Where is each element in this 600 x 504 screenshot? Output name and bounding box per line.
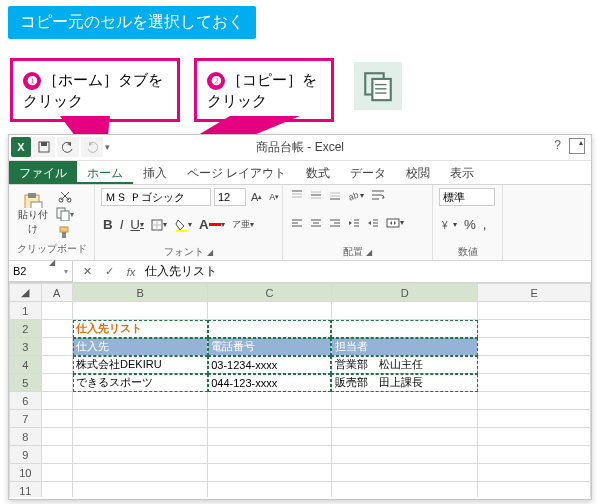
col-header-a[interactable]: A bbox=[41, 284, 73, 302]
row-header-3[interactable]: 3 bbox=[10, 338, 42, 356]
fx-button[interactable]: fx bbox=[123, 266, 139, 278]
tab-home[interactable]: ホーム bbox=[77, 161, 133, 184]
copy-button[interactable]: ▾ bbox=[54, 206, 76, 222]
cell-a7[interactable] bbox=[41, 410, 73, 428]
fill-color-button[interactable]: ▾ bbox=[172, 217, 194, 233]
row-header-7[interactable]: 7 bbox=[10, 410, 42, 428]
decrease-indent-button[interactable] bbox=[346, 216, 362, 230]
merge-center-button[interactable]: ▾ bbox=[384, 216, 406, 230]
align-middle-button[interactable] bbox=[308, 188, 324, 202]
cell-d10[interactable] bbox=[331, 464, 477, 482]
cell-c11[interactable] bbox=[208, 482, 332, 498]
cell-e10[interactable] bbox=[478, 464, 591, 482]
qat-save-button[interactable] bbox=[33, 137, 55, 157]
row-header-9[interactable]: 9 bbox=[10, 446, 42, 464]
row-header-6[interactable]: 6 bbox=[10, 392, 42, 410]
cell-a4[interactable] bbox=[41, 356, 73, 374]
cancel-formula-button[interactable]: ✕ bbox=[79, 265, 95, 278]
cell-c7[interactable] bbox=[208, 410, 332, 428]
cell-e3[interactable] bbox=[478, 338, 591, 356]
worksheet-grid[interactable]: ◢ A B C D E 1 2仕入先リスト 3仕入先電話番号担当者 4株式会社D… bbox=[9, 283, 591, 497]
cell-c3[interactable]: 電話番号 bbox=[208, 338, 332, 356]
help-button[interactable]: ? bbox=[554, 138, 561, 154]
cell-c8[interactable] bbox=[208, 428, 332, 446]
cell-d8[interactable] bbox=[331, 428, 477, 446]
cell-b2[interactable]: 仕入先リスト bbox=[73, 320, 208, 338]
wrap-text-button[interactable] bbox=[369, 188, 387, 202]
cell-a5[interactable] bbox=[41, 374, 73, 392]
italic-button[interactable]: I bbox=[118, 216, 126, 233]
enter-formula-button[interactable]: ✓ bbox=[101, 265, 117, 278]
row-header-8[interactable]: 8 bbox=[10, 428, 42, 446]
cell-a6[interactable] bbox=[41, 392, 73, 410]
cell-a8[interactable] bbox=[41, 428, 73, 446]
cell-c6[interactable] bbox=[208, 392, 332, 410]
cell-d11[interactable] bbox=[331, 482, 477, 498]
tab-formulas[interactable]: 数式 bbox=[296, 161, 340, 184]
cell-e11[interactable] bbox=[478, 482, 591, 498]
format-painter-button[interactable] bbox=[54, 224, 76, 240]
cell-a2[interactable] bbox=[41, 320, 73, 338]
align-right-button[interactable] bbox=[327, 216, 343, 230]
comma-format-button[interactable]: , bbox=[481, 216, 489, 233]
select-all-corner[interactable]: ◢ bbox=[10, 284, 42, 302]
cell-d1[interactable] bbox=[331, 302, 477, 320]
align-bottom-button[interactable] bbox=[327, 188, 343, 202]
cell-b3[interactable]: 仕入先 bbox=[73, 338, 208, 356]
align-center-button[interactable] bbox=[308, 216, 324, 230]
cell-b4[interactable]: 株式会社DEKIRU bbox=[73, 356, 208, 374]
cell-d7[interactable] bbox=[331, 410, 477, 428]
tab-insert[interactable]: 挿入 bbox=[133, 161, 177, 184]
cell-e6[interactable] bbox=[478, 392, 591, 410]
cell-d3[interactable]: 担当者 bbox=[331, 338, 477, 356]
cell-e9[interactable] bbox=[478, 446, 591, 464]
row-header-2[interactable]: 2 bbox=[10, 320, 42, 338]
col-header-b[interactable]: B bbox=[73, 284, 208, 302]
row-header-4[interactable]: 4 bbox=[10, 356, 42, 374]
cell-a9[interactable] bbox=[41, 446, 73, 464]
row-header-10[interactable]: 10 bbox=[10, 464, 42, 482]
row-header-11[interactable]: 11 bbox=[10, 482, 42, 498]
col-header-c[interactable]: C bbox=[208, 284, 332, 302]
tab-review[interactable]: 校閲 bbox=[396, 161, 440, 184]
cell-d4[interactable]: 営業部 松山主任 bbox=[331, 356, 477, 374]
font-size-select[interactable] bbox=[214, 188, 246, 206]
cell-b1[interactable] bbox=[73, 302, 208, 320]
increase-indent-button[interactable] bbox=[365, 216, 381, 230]
row-header-5[interactable]: 5 bbox=[10, 374, 42, 392]
paste-button[interactable]: 貼り付け bbox=[15, 191, 51, 237]
cell-c10[interactable] bbox=[208, 464, 332, 482]
cell-d2[interactable] bbox=[331, 320, 477, 338]
cell-b8[interactable] bbox=[73, 428, 208, 446]
cell-d9[interactable] bbox=[331, 446, 477, 464]
cell-d5[interactable]: 販売部 田上課長 bbox=[331, 374, 477, 392]
col-header-d[interactable]: D bbox=[331, 284, 477, 302]
cell-c9[interactable] bbox=[208, 446, 332, 464]
qat-redo-button[interactable] bbox=[81, 137, 103, 157]
cell-e5[interactable] bbox=[478, 374, 591, 392]
cell-b11[interactable] bbox=[73, 482, 208, 498]
cell-a1[interactable] bbox=[41, 302, 73, 320]
cell-e1[interactable] bbox=[478, 302, 591, 320]
underline-button[interactable]: U▾ bbox=[128, 216, 146, 233]
accounting-format-button[interactable]: ¥▾ bbox=[439, 218, 459, 232]
cell-e2[interactable] bbox=[478, 320, 591, 338]
cell-e4[interactable] bbox=[478, 356, 591, 374]
qat-customize-dropdown[interactable]: ▾ bbox=[105, 142, 110, 152]
cell-c2[interactable] bbox=[208, 320, 332, 338]
decrease-font-button[interactable]: A▾ bbox=[267, 191, 281, 203]
qat-undo-button[interactable] bbox=[57, 137, 79, 157]
border-button[interactable]: ▾ bbox=[149, 218, 169, 232]
align-left-button[interactable] bbox=[289, 216, 305, 230]
bold-button[interactable]: B bbox=[101, 216, 115, 233]
phonetic-button[interactable]: ア亜▾ bbox=[230, 217, 256, 232]
cell-b9[interactable] bbox=[73, 446, 208, 464]
cell-a11[interactable] bbox=[41, 482, 73, 498]
col-header-e[interactable]: E bbox=[478, 284, 591, 302]
cell-d6[interactable] bbox=[331, 392, 477, 410]
number-format-select[interactable] bbox=[439, 188, 495, 206]
orientation-button[interactable]: ab▾ bbox=[346, 188, 366, 202]
cell-b5[interactable]: できるスポーツ bbox=[73, 374, 208, 392]
cell-a3[interactable] bbox=[41, 338, 73, 356]
cell-b7[interactable] bbox=[73, 410, 208, 428]
